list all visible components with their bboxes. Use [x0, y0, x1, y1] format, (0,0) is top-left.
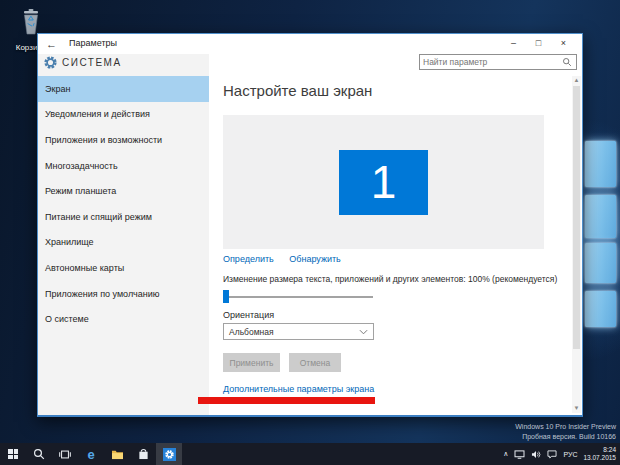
wallpaper-window-pane — [585, 243, 616, 283]
monitor-1[interactable]: 1 — [339, 150, 428, 215]
settings-icon — [163, 448, 176, 461]
window-title: Параметры — [69, 38, 117, 48]
clock-time: 8:24 — [583, 446, 616, 454]
action-center-icon[interactable] — [547, 450, 557, 459]
sidebar-item-storage[interactable]: Хранилище — [38, 230, 209, 256]
sidebar-item-multitasking[interactable]: Многозадачность — [38, 153, 209, 179]
scroll-down-icon[interactable]: ▼ — [572, 404, 581, 413]
close-button[interactable]: × — [551, 36, 576, 51]
scrollbar-thumb[interactable] — [573, 86, 580, 349]
clock[interactable]: 8:24 13.07.2015 — [583, 446, 616, 462]
watermark-line1: Windows 10 Pro Insider Preview — [515, 422, 616, 432]
section-header: СИСТЕМА — [44, 56, 122, 69]
monitor-number: 1 — [371, 159, 397, 205]
volume-icon[interactable] — [531, 450, 541, 459]
search-input[interactable] — [420, 57, 562, 67]
maximize-button[interactable]: □ — [526, 36, 551, 51]
settings-window: ← Параметры – □ × СИСТЕМА — [37, 33, 583, 417]
settings-taskbar-button[interactable] — [156, 443, 182, 465]
wallpaper-window-pane — [585, 195, 616, 238]
sidebar-item-tablet-mode[interactable]: Режим планшета — [38, 178, 209, 204]
watermark-line2: Пробная версия. Build 10166 — [515, 432, 616, 442]
task-view-icon — [59, 449, 71, 460]
action-buttons: Применить Отмена — [223, 353, 341, 372]
taskbar-icons: e — [0, 443, 182, 465]
store-button[interactable] — [130, 443, 156, 465]
system-tray: ∧ РУС 8:24 13.07.2015 — [503, 446, 620, 462]
build-watermark: Windows 10 Pro Insider Preview Пробная в… — [515, 422, 616, 441]
sidebar-item-display[interactable]: Экран — [38, 76, 209, 102]
identify-link[interactable]: Определить — [223, 254, 274, 264]
sidebar-item-notifications[interactable]: Уведомления и действия — [38, 102, 209, 128]
sidebar-item-default-apps[interactable]: Приложения по умолчанию — [38, 281, 209, 307]
taskbar-search-button[interactable] — [26, 443, 52, 465]
display-preview-panel: 1 — [223, 115, 544, 249]
search-icon — [562, 57, 572, 67]
tray-chevron-icon[interactable]: ∧ — [503, 450, 508, 458]
scrollbar[interactable]: ▲ ▼ — [572, 76, 581, 413]
sidebar-item-offline-maps[interactable]: Автономные карты — [38, 255, 209, 281]
scroll-up-icon[interactable]: ▲ — [572, 76, 581, 85]
caption-buttons: – □ × — [501, 36, 576, 51]
sidebar-item-power-sleep[interactable]: Питание и спящий режим — [38, 204, 209, 230]
monitor-links: Определить Обнаружить — [223, 254, 354, 264]
sidebar-item-apps-features[interactable]: Приложения и возможности — [38, 127, 209, 153]
search-icon — [33, 448, 45, 460]
sidebar-item-about[interactable]: О системе — [38, 306, 209, 332]
sidebar: СИСТЕМА Экран Уведомления и действия При… — [38, 54, 209, 415]
start-icon — [8, 449, 18, 459]
desktop: Корзина ← Параметры – □ × — [0, 0, 620, 465]
sidebar-nav: Экран Уведомления и действия Приложения … — [38, 76, 209, 332]
taskbar: e — [0, 443, 620, 465]
scaling-label: Изменение размера текста, приложений и д… — [223, 274, 578, 284]
apply-button[interactable]: Применить — [223, 353, 280, 372]
advanced-display-settings-link[interactable]: Дополнительные параметры экрана — [223, 384, 374, 394]
language-indicator[interactable]: РУС — [563, 451, 577, 458]
orientation-select[interactable]: Альбомная — [223, 323, 374, 340]
task-view-button[interactable] — [52, 443, 78, 465]
wallpaper-window-pane — [585, 291, 616, 327]
edge-icon: e — [87, 448, 94, 461]
store-icon — [138, 448, 149, 460]
settings-search-box[interactable] — [419, 54, 577, 70]
scaling-slider[interactable] — [223, 289, 373, 304]
orientation-value: Альбомная — [224, 327, 359, 337]
cancel-button[interactable]: Отмена — [289, 353, 341, 372]
file-explorer-icon — [111, 449, 124, 460]
slider-thumb[interactable] — [223, 290, 229, 303]
gear-icon — [44, 56, 57, 69]
file-explorer-button[interactable] — [104, 443, 130, 465]
detect-link[interactable]: Обнаружить — [289, 254, 341, 264]
edge-button[interactable]: e — [78, 443, 104, 465]
start-button[interactable] — [0, 443, 26, 465]
slider-track[interactable] — [224, 296, 373, 298]
back-button[interactable]: ← — [46, 36, 57, 52]
title-bar: ← Параметры – □ × — [38, 34, 582, 54]
orientation-label: Ориентация — [223, 310, 274, 320]
section-title: СИСТЕМА — [62, 57, 122, 68]
chevron-down-icon — [359, 329, 373, 335]
annotation-red-underline — [198, 397, 375, 404]
wallpaper-window-pane — [585, 141, 616, 187]
network-icon[interactable] — [514, 450, 525, 459]
minimize-button[interactable]: – — [501, 36, 526, 51]
page-title: Настройте ваш экран — [223, 82, 372, 99]
clock-date: 13.07.2015 — [583, 454, 616, 462]
